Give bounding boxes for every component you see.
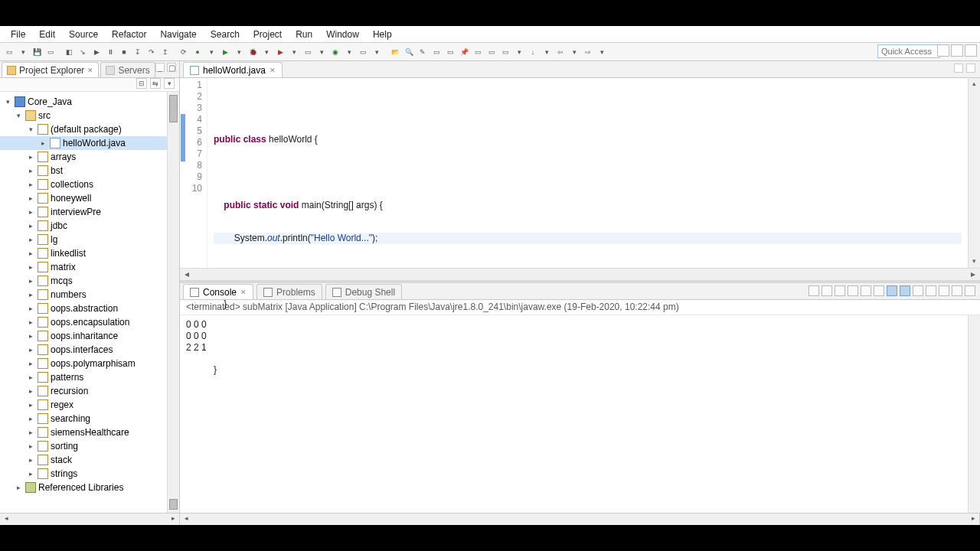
expand-icon[interactable]: ▸: [26, 222, 35, 230]
tree-file-helloworld[interactable]: ▸ helloWorld.java: [0, 136, 179, 150]
tab-debug-shell[interactable]: Debug Shell: [325, 284, 402, 299]
tree-package-searching[interactable]: ▸searching: [0, 412, 179, 425]
minimize-icon[interactable]: [952, 285, 962, 296]
remove-launch-button[interactable]: [822, 285, 832, 296]
tree-package-arrays[interactable]: ▸arrays: [0, 150, 179, 164]
columns-button[interactable]: ▭: [499, 46, 511, 58]
forward-button[interactable]: ⇨: [582, 46, 594, 58]
tab-console[interactable]: Console ✕: [183, 284, 253, 299]
columns-dropdown-icon[interactable]: ▾: [513, 46, 525, 58]
tree-package-linkedlist[interactable]: ▸linkedlist: [0, 246, 179, 260]
expand-icon[interactable]: ▸: [26, 442, 35, 450]
forward-dropdown-icon[interactable]: ▾: [596, 46, 608, 58]
code-editor[interactable]: 1 2 3 4 5 6 7 8 9 10 public class helloW…: [180, 78, 980, 268]
expand-icon[interactable]: ▾: [3, 98, 12, 106]
expand-icon[interactable]: ▸: [26, 263, 35, 271]
terminate-button[interactable]: [808, 285, 819, 296]
expand-icon[interactable]: ▸: [26, 291, 35, 298]
tree-package-sorting[interactable]: ▸sorting: [0, 439, 179, 453]
run-dropdown-icon[interactable]: ▾: [233, 46, 245, 58]
expand-icon[interactable]: ▾: [26, 126, 35, 133]
right-hscroll[interactable]: ◂ ▸: [180, 514, 980, 525]
pin-console-button[interactable]: [913, 285, 923, 296]
debug-perspective-button[interactable]: [965, 44, 977, 57]
resume-button[interactable]: ▶: [90, 46, 103, 58]
next-dropdown-icon[interactable]: ▾: [541, 46, 553, 58]
scroll-lock-button[interactable]: [861, 285, 871, 296]
align-button[interactable]: ▭: [485, 46, 498, 58]
code-line[interactable]: [214, 167, 962, 178]
left-hscroll[interactable]: ◂ ▸: [0, 514, 180, 525]
close-icon[interactable]: ✕: [270, 67, 276, 74]
show-on-output-button[interactable]: [887, 285, 897, 296]
new-class-button[interactable]: ◉: [329, 46, 341, 58]
external-tools-button[interactable]: ▶: [274, 46, 286, 58]
tree-package-siemensHealthcare[interactable]: ▸siemensHealthcare: [0, 425, 179, 439]
expand-icon[interactable]: ▸: [26, 360, 35, 367]
tree-default-package[interactable]: ▾ (default package): [0, 122, 179, 136]
coverage-button[interactable]: ●: [191, 46, 204, 58]
coverage-dropdown-icon[interactable]: ▾: [205, 46, 217, 58]
tree-package-mcqs[interactable]: ▸mcqs: [0, 274, 179, 288]
expand-icon[interactable]: ▸: [26, 429, 35, 436]
maximize-icon[interactable]: ▢: [167, 63, 176, 72]
build-button[interactable]: ⟳: [178, 46, 190, 58]
expand-icon[interactable]: ▾: [14, 112, 23, 119]
expand-icon[interactable]: ▸: [26, 277, 35, 285]
new-package-button[interactable]: ▭: [357, 46, 369, 58]
tree-package-numbers[interactable]: ▸numbers: [0, 288, 179, 302]
expand-icon[interactable]: ▸: [26, 456, 35, 464]
suspend-button[interactable]: ⏸: [104, 46, 116, 58]
tree-package-patterns[interactable]: ▸patterns: [0, 370, 179, 384]
expand-icon[interactable]: ▸: [26, 387, 35, 395]
tree-package-regex[interactable]: ▸regex: [0, 398, 179, 412]
new-class-dropdown-icon[interactable]: ▾: [343, 46, 355, 58]
close-icon[interactable]: ✕: [87, 67, 93, 74]
scroll-left-icon[interactable]: ◂: [2, 514, 11, 523]
menu-source[interactable]: Source: [63, 28, 104, 41]
tree-src[interactable]: ▾ src: [0, 109, 179, 122]
scroll-down-icon[interactable]: ▾: [970, 257, 978, 266]
scroll-thumb[interactable]: [169, 499, 178, 510]
tree-package-oops-abstraction[interactable]: ▸oops.abstraction: [0, 302, 179, 315]
maximize-icon[interactable]: [966, 64, 975, 73]
tree-package-recursion[interactable]: ▸recursion: [0, 384, 179, 398]
tab-problems[interactable]: Problems: [256, 284, 322, 299]
tree-package-oops-polymarphisam[interactable]: ▸oops.polymarphisam: [0, 357, 179, 370]
vertical-scrollbar[interactable]: [968, 315, 980, 513]
show-on-error-button[interactable]: [900, 285, 910, 296]
open-console-button[interactable]: [939, 285, 949, 296]
expand-icon[interactable]: ▸: [26, 236, 35, 243]
tree-referenced-libraries[interactable]: ▸ Referenced Libraries: [0, 481, 179, 494]
close-icon[interactable]: ✕: [240, 289, 247, 296]
display-selected-console-button[interactable]: [926, 285, 936, 296]
toggle-mark-button[interactable]: ▭: [444, 46, 456, 58]
tree-package-matrix[interactable]: ▸matrix: [0, 260, 179, 274]
link-editor-icon[interactable]: ⇆: [150, 78, 161, 89]
menu-search[interactable]: Search: [204, 28, 246, 41]
menu-edit[interactable]: Edit: [33, 28, 61, 41]
open-perspective-button[interactable]: [937, 44, 949, 57]
expand-icon[interactable]: ▸: [26, 305, 35, 312]
editor-tab-helloworld[interactable]: helloWorld.java ✕: [183, 62, 283, 77]
scroll-right-icon[interactable]: ▸: [168, 514, 178, 523]
expand-icon[interactable]: ▸: [26, 401, 35, 409]
expand-icon[interactable]: ▸: [26, 194, 35, 202]
menu-file[interactable]: File: [5, 28, 31, 41]
word-wrap-button[interactable]: [874, 285, 884, 296]
tree-project[interactable]: ▾ Core_Java: [0, 95, 179, 109]
next-annotation-button[interactable]: ↓: [527, 46, 539, 58]
pin-button[interactable]: 📌: [458, 46, 470, 58]
scroll-left-icon[interactable]: ◂: [185, 269, 189, 280]
tree-package-lg[interactable]: ▸lg: [0, 233, 179, 246]
tree-package-jdbc[interactable]: ▸jdbc: [0, 219, 179, 233]
expand-icon[interactable]: ▸: [26, 415, 35, 422]
new-dropdown-icon[interactable]: ▾: [17, 46, 29, 58]
scroll-right-icon[interactable]: ▸: [971, 269, 975, 280]
code-line[interactable]: [214, 266, 962, 277]
menu-help[interactable]: Help: [367, 28, 398, 41]
terminate-button[interactable]: ■: [118, 46, 130, 58]
tree-package-honeywell[interactable]: ▸honeywell: [0, 191, 179, 205]
maximize-icon[interactable]: [965, 285, 975, 296]
save-all-button[interactable]: ▭: [44, 46, 57, 58]
